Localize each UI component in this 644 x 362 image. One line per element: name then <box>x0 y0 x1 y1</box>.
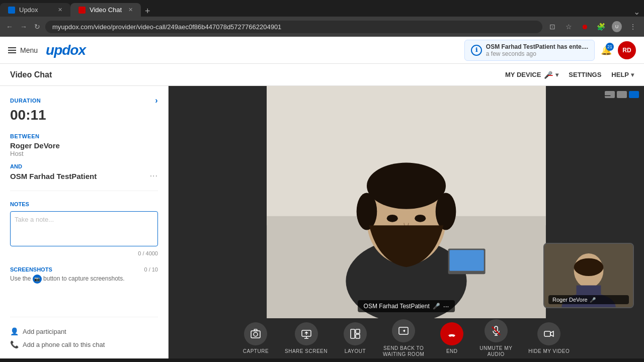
forward-button[interactable]: → <box>18 21 29 33</box>
duration-label: DURATION › <box>10 96 158 105</box>
sidebar-footer: 👤 Add participant 📞 Add a phone call to … <box>10 317 158 348</box>
hide-video-button[interactable]: HIDE MY VIDEO <box>528 322 570 354</box>
notes-textarea[interactable] <box>10 211 158 246</box>
extensions-icon[interactable]: 🧩 <box>594 20 608 34</box>
page-title: Video Chat <box>10 70 505 79</box>
add-participant-label: Add participant <box>23 328 66 335</box>
screenshots-count: 0 / 10 <box>144 266 158 273</box>
hamburger-menu[interactable]: Menu <box>8 46 38 54</box>
toolbar-icons: ⊡ ☆ ⏺ 🧩 U ⋮ <box>545 20 640 34</box>
tab-updox[interactable]: Updox ✕ <box>0 3 70 17</box>
send-back-button[interactable]: SEND BACK TO WAITING ROOM <box>383 319 424 357</box>
patient-video-label: OSM Farhad TestPatient 🎤 ··· <box>358 300 455 312</box>
menu-icon[interactable]: ⋮ <box>626 20 640 34</box>
settings-button[interactable]: SETTINGS <box>569 71 601 78</box>
and-label: AND <box>10 163 158 169</box>
add-participant-link[interactable]: 👤 Add participant <box>10 327 158 335</box>
svg-rect-26 <box>356 334 360 338</box>
capture-circle-icon: 📷 <box>33 275 42 284</box>
my-device-label: MY DEVICE <box>505 71 541 78</box>
video-area: OSM Farhad TestPatient 🎤 ··· <box>169 86 644 358</box>
notification-time: a few seconds ago <box>486 50 588 57</box>
svg-point-17 <box>574 258 604 276</box>
refresh-button[interactable]: ↻ <box>32 21 42 33</box>
svg-point-10 <box>387 215 398 222</box>
subheader-right: MY DEVICE 🎤̶ ▾ SETTINGS HELP ▾ <box>505 71 634 79</box>
tab-videochat[interactable]: Video Chat ✕ <box>70 3 141 17</box>
svg-rect-14 <box>449 250 484 271</box>
address-bar[interactable] <box>45 21 542 33</box>
patient-name: OSM Farhad TestPatient <box>10 172 97 180</box>
menu-label: Menu <box>20 46 38 54</box>
tab-videochat-label: Video Chat <box>90 6 122 14</box>
notification-title: OSM Farhad TestPatient has ente.... <box>486 43 588 50</box>
header-right: ℹ OSM Farhad TestPatient has ente.... a … <box>464 40 636 61</box>
notification-text: OSM Farhad TestPatient has ente.... a fe… <box>486 43 588 57</box>
send-back-icon <box>392 319 415 342</box>
screen-cast-icon[interactable]: ⊡ <box>545 20 559 34</box>
svg-rect-20 <box>251 331 260 338</box>
new-tab-button[interactable]: + <box>141 6 154 17</box>
svg-point-21 <box>254 332 258 336</box>
host-video-label: Roger DeVore 🎤 <box>548 295 629 304</box>
share-screen-button[interactable]: SHARE SCREEN <box>285 322 328 354</box>
unmute-audio-button[interactable]: UNMUTE MY AUDIO <box>479 319 512 357</box>
screenshots-section: SCREENSHOTS 0 / 10 Use the 📷 button to c… <box>10 266 158 284</box>
user-icon[interactable]: U <box>610 20 624 34</box>
tab-close-updox[interactable]: ✕ <box>58 7 62 13</box>
bell-badge: 21 <box>606 43 614 51</box>
view-button-3[interactable] <box>629 91 639 98</box>
duration-section: DURATION › 00:11 <box>10 96 158 123</box>
unmute-label: UNMUTE MY AUDIO <box>479 345 512 357</box>
back-button[interactable]: ← <box>4 21 15 33</box>
capture-button[interactable]: CAPTURE <box>243 322 269 354</box>
view-button-1[interactable]: ─ <box>605 91 615 98</box>
add-phone-link[interactable]: 📞 Add a phone call to this chat <box>10 340 158 348</box>
tab-expand: ⌄ <box>629 7 644 17</box>
expand-icon[interactable]: › <box>155 96 158 105</box>
between-section: BETWEEN Roger DeVore Host AND OSM Farhad… <box>10 133 158 191</box>
help-chevron-icon: ▾ <box>631 71 634 78</box>
help-label: HELP <box>611 71 629 78</box>
view-button-2[interactable] <box>617 91 627 98</box>
mic-off-icon: 🎤̶ <box>544 71 552 79</box>
host-role: Host <box>10 150 158 157</box>
updox-logo: updox <box>46 42 86 58</box>
svg-point-11 <box>415 215 426 222</box>
app: Menu updox ℹ OSM Farhad TestPatient has … <box>0 37 644 358</box>
svg-rect-22 <box>254 329 257 331</box>
host-mic-off-icon: 🎤 <box>590 297 596 303</box>
phone-icon: 📞 <box>10 340 19 348</box>
svg-rect-24 <box>351 329 355 338</box>
browser-chrome: Updox ✕ Video Chat ✕ + ⌄ ← → ↻ ⊡ ☆ ⏺ 🧩 U… <box>0 0 644 37</box>
send-back-label: SEND BACK TO WAITING ROOM <box>383 345 424 357</box>
svg-point-9 <box>436 193 456 230</box>
duration-value: 00:11 <box>10 107 158 123</box>
bell-button[interactable]: 🔔 21 <box>601 45 612 56</box>
user-avatar-button[interactable]: RD <box>618 41 636 59</box>
end-call-button[interactable]: END <box>440 322 463 354</box>
hide-video-label: HIDE MY VIDEO <box>528 348 570 354</box>
host-video: Roger DeVore 🎤 <box>543 243 634 308</box>
patient-options-button[interactable]: ··· <box>150 171 158 180</box>
patient-video-options[interactable]: ··· <box>443 302 449 310</box>
bookmark-icon[interactable]: ☆ <box>561 20 576 34</box>
tab-favicon-updox <box>8 7 15 14</box>
end-label: END <box>446 348 458 354</box>
patient-row: OSM Farhad TestPatient ··· <box>10 171 158 180</box>
svg-rect-25 <box>356 329 360 333</box>
add-phone-label: Add a phone call to this chat <box>23 341 105 348</box>
screenshots-info: Use the 📷 button to capture screenshots. <box>10 275 158 284</box>
tab-close-videochat[interactable]: ✕ <box>128 7 133 13</box>
end-call-icon <box>440 322 463 345</box>
help-button[interactable]: HELP ▾ <box>611 71 634 78</box>
record-icon[interactable]: ⏺ <box>578 20 592 34</box>
layout-button[interactable]: LAYOUT <box>344 322 367 354</box>
bottom-toolbar: CAPTURE SHARE SCREEN <box>169 318 644 358</box>
capture-icon <box>244 322 267 345</box>
chevron-down-icon: ▾ <box>555 71 558 78</box>
notification-icon: ℹ <box>471 45 482 56</box>
tab-updox-label: Updox <box>19 6 38 14</box>
my-device-button[interactable]: MY DEVICE 🎤̶ ▾ <box>505 71 558 79</box>
sidebar: DURATION › 00:11 BETWEEN Roger DeVore Ho… <box>0 86 169 358</box>
